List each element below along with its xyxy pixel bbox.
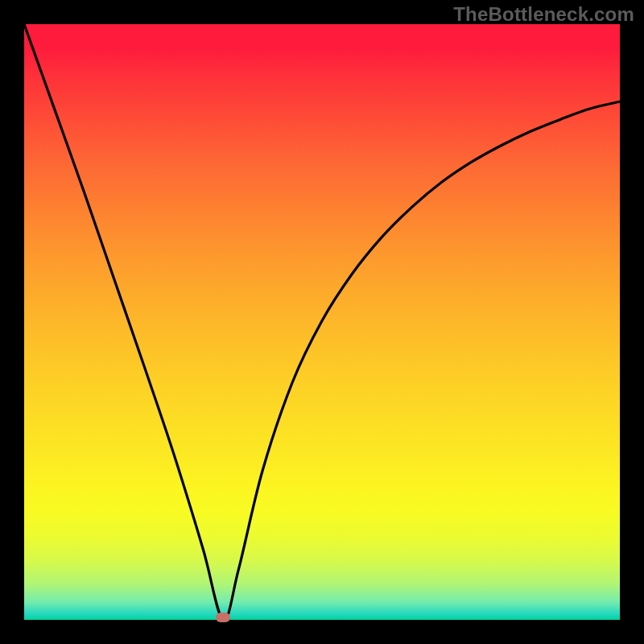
watermark-text: TheBottleneck.com — [453, 3, 634, 26]
chart-frame: TheBottleneck.com — [0, 0, 644, 644]
plot-area — [24, 24, 620, 620]
optimal-point-dot — [216, 613, 230, 622]
bottleneck-curve-path — [24, 24, 620, 620]
curve-svg — [24, 24, 620, 620]
